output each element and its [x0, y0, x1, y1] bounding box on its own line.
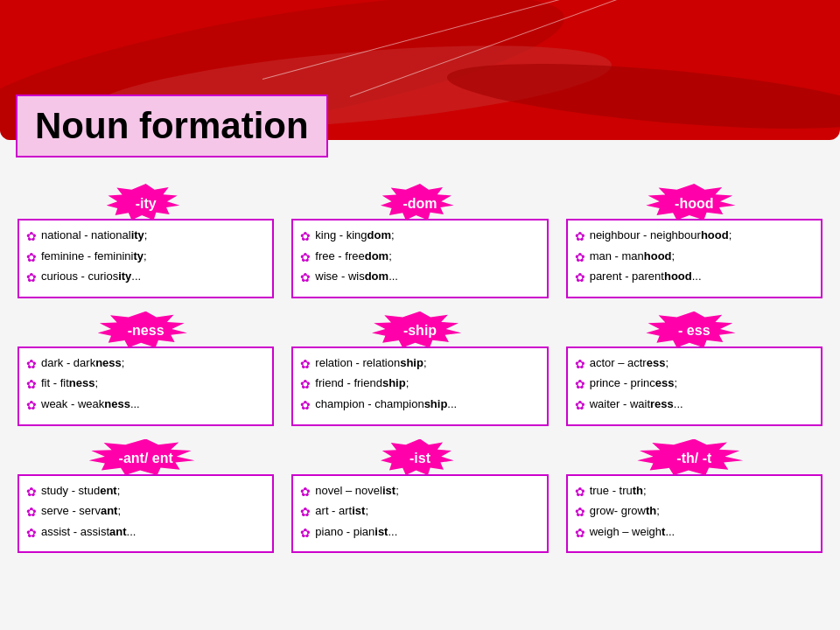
suffix-label-hood: -hood: [675, 196, 713, 212]
bullet-icon: ✿: [575, 376, 585, 394]
list-item: ✿king - kingdom;: [300, 228, 537, 246]
bullet-icon: ✿: [26, 504, 37, 522]
suffix-group-th-t: -th/ -t✿true - truth;✿grow- growth;✿weig…: [566, 439, 822, 554]
list-item: ✿man - manhood;: [575, 248, 812, 267]
content-box-ship: ✿relation - relationship;✿friend - frien…: [291, 346, 548, 426]
list-item: ✿art - artist;: [300, 503, 537, 522]
bullet-icon: ✿: [575, 504, 585, 522]
list-item: ✿study - student;: [26, 483, 263, 501]
suffix-label-ship: -ship: [403, 323, 437, 339]
bullet-icon: ✿: [300, 270, 311, 287]
item-text: waiter - waitress...: [590, 396, 683, 412]
item-text: weak - weakness...: [41, 396, 140, 412]
item-text: grow- growth;: [590, 503, 660, 519]
bullet-icon: ✿: [26, 484, 37, 501]
suffix-group-ship: -ship✿relation - relationship;✿friend - …: [291, 312, 548, 426]
suffix-group-ess: - ess✿actor – actress;✿prince - princess…: [566, 312, 822, 426]
suffix-label-ess: - ess: [678, 323, 710, 339]
bullet-icon: ✿: [575, 397, 585, 415]
title-box: Noun formation: [16, 94, 328, 158]
bullet-icon: ✿: [575, 228, 585, 246]
item-text: prince - princess;: [590, 375, 677, 391]
bullet-icon: ✿: [300, 376, 311, 394]
list-item: ✿true - truth;: [575, 483, 812, 501]
bullet-icon: ✿: [26, 397, 37, 415]
bullet-icon: ✿: [300, 397, 311, 415]
list-item: ✿feminine - femininity;: [26, 248, 263, 267]
starburst-ship: -ship: [372, 312, 468, 351]
list-item: ✿fit - fitness;: [26, 375, 263, 394]
item-text: actor – actress;: [590, 355, 668, 371]
item-text: serve - servant;: [41, 503, 121, 519]
content-box-th-t: ✿true - truth;✿grow- growth;✿weigh – wei…: [566, 474, 822, 554]
list-item: ✿relation - relationship;: [300, 355, 537, 374]
bullet-icon: ✿: [26, 228, 37, 246]
item-text: art - artist;: [315, 503, 368, 519]
item-text: feminine - femininity;: [41, 248, 147, 264]
suffix-group-dom: -dom✿king - kingdom;✿free - freedom;✿wis…: [291, 184, 548, 298]
bullet-icon: ✿: [300, 504, 311, 522]
item-text: national - nationality;: [41, 228, 147, 243]
list-item: ✿free - freedom;: [300, 248, 537, 267]
item-text: novel – novelist;: [315, 483, 398, 499]
list-item: ✿prince - princess;: [575, 375, 812, 394]
suffix-group-ness: -ness✿dark - darkness;✿fit - fitness;✿we…: [18, 312, 274, 426]
bullet-icon: ✿: [26, 249, 37, 267]
suffix-label-ant-ent: -ant/ ent: [119, 451, 173, 466]
suffix-label-ist: -ist: [410, 451, 430, 466]
starburst-dom: -dom: [381, 184, 459, 223]
starburst-ity: -ity: [107, 184, 186, 223]
bullet-icon: ✿: [300, 525, 311, 542]
list-item: ✿serve - servant;: [26, 503, 263, 522]
list-item: ✿wise - wisdom...: [300, 269, 537, 287]
list-item: ✿novel – novelist;: [300, 483, 537, 501]
item-text: man - manhood;: [590, 248, 676, 264]
item-text: king - kingdom;: [315, 228, 394, 243]
starburst-ist: -ist: [381, 439, 459, 479]
item-text: champion - championship...: [315, 396, 457, 412]
content-box-ant-ent: ✿study - student;✿serve - servant;✿assis…: [18, 474, 274, 554]
bullet-icon: ✿: [300, 484, 311, 501]
content-area: -ity✿national - nationality;✿feminine - …: [0, 175, 840, 566]
suffix-group-ity: -ity✿national - nationality;✿feminine - …: [18, 184, 274, 298]
list-item: ✿weigh – weight...: [575, 524, 812, 542]
list-item: ✿weak - weakness...: [26, 396, 263, 415]
list-item: ✿friend - friendship;: [300, 375, 537, 394]
starburst-hood: -hood: [646, 184, 742, 223]
suffix-label-dom: -dom: [402, 196, 437, 212]
item-text: piano - pianist...: [315, 524, 397, 540]
item-text: relation - relationship;: [315, 355, 426, 371]
bullet-icon: ✿: [300, 228, 311, 246]
item-text: parent - parenthood...: [590, 269, 702, 284]
list-item: ✿actor – actress;: [575, 355, 812, 374]
bullet-icon: ✿: [575, 270, 585, 287]
suffix-group-ant-ent: -ant/ ent✿study - student;✿serve - serva…: [18, 439, 274, 554]
starburst-ant-ent: -ant/ ent: [89, 439, 203, 479]
suffix-group-ist: -ist✿novel – novelist;✿art - artist;✿pia…: [291, 439, 548, 554]
list-item: ✿curious - curiosity...: [26, 269, 263, 287]
content-box-ity: ✿national - nationality;✿feminine - femi…: [18, 219, 274, 298]
item-text: wise - wisdom...: [315, 269, 398, 284]
list-item: ✿assist - assistant...: [26, 524, 263, 542]
bullet-icon: ✿: [300, 249, 311, 267]
item-text: fit - fitness;: [41, 375, 98, 391]
bullet-icon: ✿: [300, 356, 311, 374]
item-text: neighbour - neighbourhood;: [590, 228, 732, 243]
bullet-icon: ✿: [575, 249, 585, 267]
starburst-ess: - ess: [646, 312, 742, 351]
content-box-hood: ✿neighbour - neighbourhood;✿man - manhoo…: [566, 219, 822, 298]
item-text: curious - curiosity...: [41, 269, 141, 284]
content-box-ist: ✿novel – novelist;✿art - artist;✿piano -…: [291, 474, 548, 554]
list-item: ✿piano - pianist...: [300, 524, 537, 542]
content-box-dom: ✿king - kingdom;✿free - freedom;✿wise - …: [291, 219, 548, 298]
bullet-icon: ✿: [26, 525, 37, 542]
content-box-ness: ✿dark - darkness;✿fit - fitness;✿weak - …: [18, 346, 274, 426]
list-item: ✿neighbour - neighbourhood;: [575, 228, 812, 246]
list-item: ✿dark - darkness;: [26, 355, 263, 374]
starburst-ness: -ness: [98, 312, 194, 351]
item-text: friend - friendship;: [315, 375, 409, 391]
item-text: weigh – weight...: [590, 524, 676, 540]
bullet-icon: ✿: [575, 356, 585, 374]
item-text: free - freedom;: [315, 248, 391, 264]
suffix-label-ness: -ness: [128, 323, 164, 339]
